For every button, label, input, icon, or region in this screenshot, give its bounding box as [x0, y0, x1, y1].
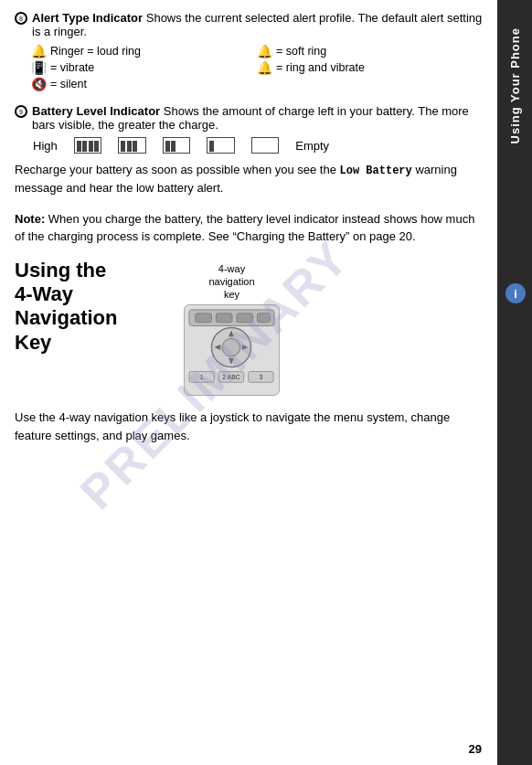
bullet-9: 9	[15, 105, 27, 118]
svg-text:1: 1	[200, 375, 204, 381]
bullet-8: 8	[15, 12, 27, 25]
nav-key-image-area: 4-way navigation key	[184, 262, 280, 397]
info-icon: i	[505, 283, 526, 303]
sidebar-tab: Using Your Phone i	[497, 0, 532, 765]
nav-key-heading-block: Using the 4-Way Navigation Key	[15, 259, 175, 356]
battery-three-quarter	[118, 137, 146, 154]
alert-type-section: 8 Alert Type Indicator Shows the current…	[15, 11, 483, 91]
loud-ring-icon: 🔔	[31, 44, 47, 58]
note-section: Note: When you charge the battery, the b…	[15, 210, 483, 246]
page-wrapper: 8 Alert Type Indicator Shows the current…	[0, 0, 532, 765]
nav-key-image-label: 4-way navigation key	[208, 262, 254, 302]
alert-soft: 🔔 = soft ring	[257, 44, 483, 58]
sidebar-tab-label: Using Your Phone	[508, 27, 522, 143]
phone-illustration: 1 2 ABC 3	[184, 304, 280, 396]
battery-full	[74, 137, 102, 154]
alert-vibrate: 📳 = vibrate	[31, 60, 257, 75]
vibrate-icon: 📳	[31, 60, 47, 75]
silent-icon: 🔇	[31, 77, 47, 91]
soft-ring-icon: 🔔	[257, 44, 272, 58]
svg-text:2 ABC: 2 ABC	[222, 375, 239, 381]
battery-empty	[251, 137, 280, 154]
note-label: Note:	[15, 212, 45, 226]
battery-half	[163, 137, 191, 154]
svg-rect-3	[237, 313, 253, 323]
svg-point-6	[222, 339, 240, 357]
nav-key-heading: Using the 4-Way Navigation Key	[15, 259, 175, 356]
svg-text:3: 3	[259, 375, 262, 381]
svg-rect-2	[216, 313, 232, 323]
empty-label: Empty	[295, 139, 329, 153]
svg-rect-1	[196, 313, 212, 323]
battery-low	[207, 137, 235, 154]
svg-rect-4	[257, 313, 270, 323]
battery-level-section: 9 Battery Level Indicator Shows the amou…	[15, 104, 483, 197]
alert-loud: 🔔 Ringer = loud ring	[31, 44, 257, 58]
alert-silent: 🔇 = silent	[31, 77, 257, 91]
alert-ring-vibrate: 🔔 = ring and vibrate	[257, 60, 483, 75]
page-number: 29	[469, 742, 482, 756]
ring-vibrate-icon: 🔔	[257, 60, 272, 75]
low-battery-code: Low Battery	[340, 165, 412, 177]
note-body: When you charge the battery, the battery…	[15, 212, 474, 244]
battery-indicator-row: High	[33, 137, 483, 154]
nav-key-body: Use the 4-way navigation keys like a joy…	[15, 409, 483, 444]
main-content: 8 Alert Type Indicator Shows the current…	[0, 0, 497, 765]
nav-key-section: Using the 4-Way Navigation Key 4-way nav…	[15, 259, 483, 397]
recharge-text: Recharge your battery as soon as possibl…	[15, 161, 483, 197]
battery-level-title: Battery Level Indicator Shows the amount…	[32, 104, 483, 132]
alert-type-title: Alert Type Indicator Shows the current s…	[32, 11, 483, 38]
alert-icons-grid: 🔔 Ringer = loud ring 🔔 = soft ring 📳 = v…	[31, 44, 483, 91]
high-label: High	[33, 139, 58, 153]
